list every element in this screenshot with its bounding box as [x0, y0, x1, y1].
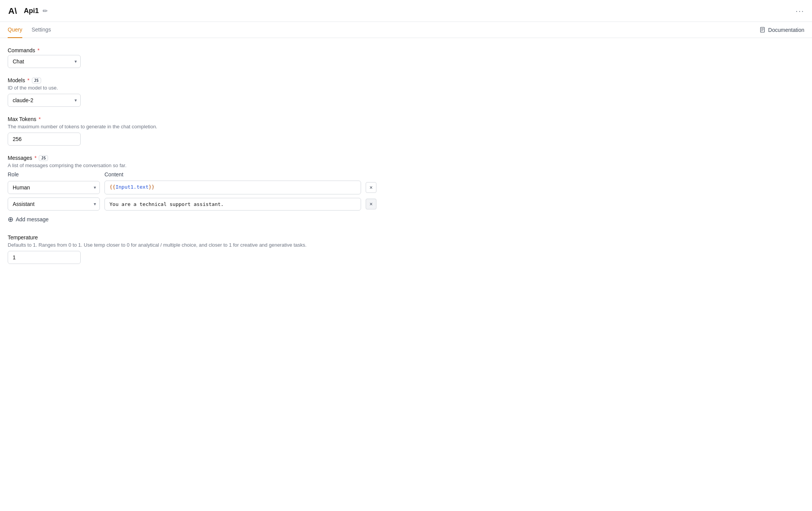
commands-section: Commands* Chat ▾ — [8, 47, 376, 68]
remove-message-button-2[interactable]: × — [366, 199, 376, 209]
messages-js-badge: JS — [39, 155, 48, 161]
commands-required-star: * — [38, 47, 40, 53]
models-label: Models* JS — [8, 77, 376, 83]
models-js-badge: JS — [32, 78, 41, 83]
table-row: Human Assistant ▾ You are a technical su… — [8, 197, 376, 211]
models-description: ID of the model to use. — [8, 85, 376, 91]
edit-icon[interactable]: ✏ — [43, 7, 48, 15]
role-select-1[interactable]: Human Assistant — [8, 181, 100, 194]
tab-settings[interactable]: Settings — [31, 22, 51, 38]
tabs-left: Query Settings — [8, 22, 51, 38]
template-close-1: }} — [149, 184, 155, 190]
max-tokens-input[interactable] — [8, 133, 81, 146]
messages-section: Messages* JS A list of messages comprisi… — [8, 155, 376, 225]
role-select-wrapper-2: Human Assistant ▾ — [8, 197, 100, 211]
documentation-link[interactable]: Documentation — [760, 27, 804, 33]
documentation-label: Documentation — [768, 27, 804, 33]
role-select-wrapper-1: Human Assistant ▾ — [8, 181, 100, 194]
book-icon — [760, 27, 766, 33]
max-tokens-description: The maximum number of tokens to generate… — [8, 124, 376, 129]
temperature-label: Temperature — [8, 234, 376, 241]
content-col-header: Content — [104, 171, 376, 178]
main-content: Commands* Chat ▾ Models* JS ID of the mo… — [0, 38, 384, 282]
models-required-star: * — [27, 77, 29, 83]
role-select-2[interactable]: Human Assistant — [8, 197, 100, 211]
header-left: A\ Api1 ✏ — [8, 5, 48, 17]
content-display-1[interactable]: {{Input1.text}} — [104, 181, 361, 194]
app-title: Api1 — [24, 7, 39, 15]
content-display-2[interactable]: You are a technical support assistant. — [104, 198, 361, 211]
temperature-input[interactable] — [8, 251, 81, 264]
role-col-header: Role — [8, 171, 100, 178]
template-open-1: {{ — [109, 184, 116, 190]
models-section: Models* JS ID of the model to use. claud… — [8, 77, 376, 107]
commands-select[interactable]: Chat — [8, 55, 81, 68]
remove-message-button-1[interactable]: × — [366, 182, 376, 193]
table-row: Human Assistant ▾ {{Input1.text}} × — [8, 181, 376, 194]
add-message-label: Add message — [16, 216, 49, 222]
more-options-button[interactable]: ··· — [795, 7, 804, 15]
header: A\ Api1 ✏ ··· — [0, 0, 812, 22]
tabs-bar: Query Settings Documentation — [0, 22, 812, 38]
messages-required-star: * — [35, 155, 36, 161]
temperature-description: Defaults to 1. Ranges from 0 to 1. Use t… — [8, 242, 376, 248]
commands-label: Commands* — [8, 47, 376, 53]
models-select[interactable]: claude-2 — [8, 94, 81, 107]
add-circle-icon: ⊕ — [8, 215, 13, 224]
messages-label: Messages* JS — [8, 155, 376, 161]
max-tokens-section: Max Tokens* The maximum number of tokens… — [8, 116, 376, 146]
messages-column-headers: Role Content — [8, 171, 376, 178]
temperature-section: Temperature Defaults to 1. Ranges from 0… — [8, 234, 376, 264]
template-var-1: Input1.text — [116, 184, 149, 190]
add-message-button[interactable]: ⊕ Add message — [8, 214, 49, 225]
svg-text:A\: A\ — [8, 6, 17, 16]
models-select-wrapper: claude-2 ▾ — [8, 94, 81, 107]
max-tokens-required-star: * — [38, 116, 40, 122]
max-tokens-label: Max Tokens* — [8, 116, 376, 122]
anthropic-logo-icon: A\ — [8, 5, 20, 17]
messages-description: A list of messages comprising the conver… — [8, 163, 376, 168]
tab-query[interactable]: Query — [8, 22, 22, 38]
commands-select-wrapper: Chat ▾ — [8, 55, 81, 68]
